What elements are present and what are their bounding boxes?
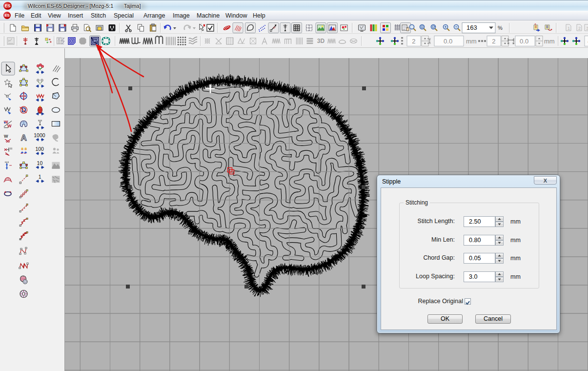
svg-text:W: W <box>4 134 8 139</box>
svg-text:3D: 3D <box>317 38 325 44</box>
svg-text:2: 2 <box>492 38 495 45</box>
svg-text:3: 3 <box>586 26 588 31</box>
svg-text:%: % <box>498 25 503 31</box>
svg-text:1000: 1000 <box>34 132 45 138</box>
svg-text:100: 100 <box>35 146 44 152</box>
svg-text:mm: mm <box>466 38 477 45</box>
svg-text:0.0: 0.0 <box>520 38 528 45</box>
svg-text:2: 2 <box>578 26 581 31</box>
svg-text:1: 1 <box>39 174 41 180</box>
svg-text:163: 163 <box>466 24 477 31</box>
svg-text:2: 2 <box>412 38 415 45</box>
svg-text:10: 10 <box>37 160 43 166</box>
svg-text:0.0: 0.0 <box>444 38 452 45</box>
svg-text:mm: mm <box>544 38 555 45</box>
svg-text:A: A <box>21 133 27 143</box>
svg-text:1: 1 <box>568 26 570 31</box>
